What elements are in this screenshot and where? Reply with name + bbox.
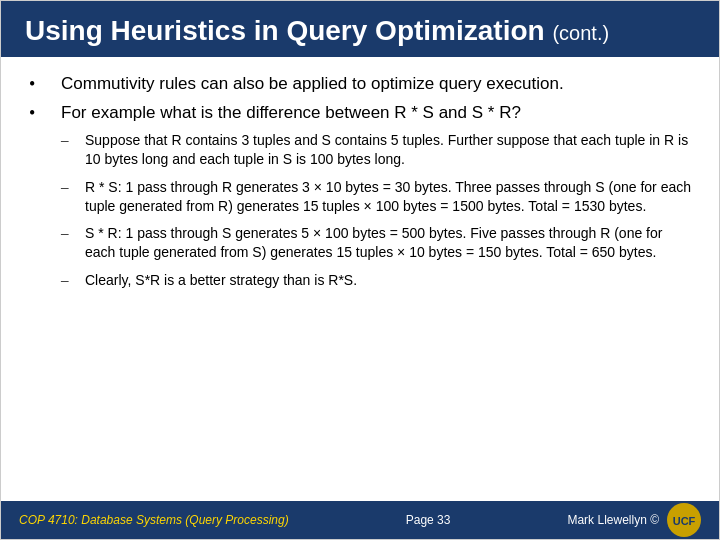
- sub-item-2: – R * S: 1 pass through R generates 3 × …: [61, 178, 691, 217]
- sub-text-2: R * S: 1 pass through R generates 3 × 10…: [85, 178, 691, 217]
- sub-dash-4: –: [61, 272, 71, 289]
- ucf-logo-svg: UCF: [670, 506, 698, 534]
- slide-title: Using Heuristics in Query Optimization (…: [25, 15, 695, 47]
- footer-right-area: Mark Llewellyn © UCF: [567, 503, 701, 537]
- sub-dash-1: –: [61, 132, 71, 149]
- footer-author: Mark Llewellyn ©: [567, 513, 659, 527]
- title-main: Using Heuristics in Query Optimization: [25, 15, 545, 46]
- sub-item-3: – S * R: 1 pass through S generates 5 × …: [61, 224, 691, 263]
- sub-item-4: – Clearly, S*R is a better strategy than…: [61, 271, 691, 290]
- slide-header: Using Heuristics in Query Optimization (…: [1, 1, 719, 57]
- sub-item-1: – Suppose that R contains 3 tuples and S…: [61, 131, 691, 170]
- slide-footer: COP 4710: Database Systems (Query Proces…: [1, 501, 719, 539]
- sub-items-container: – Suppose that R contains 3 tuples and S…: [61, 131, 691, 290]
- ucf-logo: UCF: [667, 503, 701, 537]
- slide-content: • Commutivity rules can also be applied …: [1, 57, 719, 501]
- bullet-dot-1: •: [29, 74, 43, 95]
- bullet-item-1: • Commutivity rules can also be applied …: [29, 73, 691, 96]
- svg-text:UCF: UCF: [673, 515, 696, 527]
- bullet-text-1: Commutivity rules can also be applied to…: [61, 73, 564, 96]
- sub-dash-3: –: [61, 225, 71, 242]
- footer-page: Page 33: [406, 513, 451, 527]
- bullet-dot-2: •: [29, 103, 43, 124]
- bullet-item-2: • For example what is the difference bet…: [29, 102, 691, 125]
- sub-text-1: Suppose that R contains 3 tuples and S c…: [85, 131, 691, 170]
- bullet-text-2: For example what is the difference betwe…: [61, 102, 521, 125]
- slide: Using Heuristics in Query Optimization (…: [0, 0, 720, 540]
- sub-text-3: S * R: 1 pass through S generates 5 × 10…: [85, 224, 691, 263]
- title-cont: (cont.): [552, 22, 609, 44]
- sub-text-4: Clearly, S*R is a better strategy than i…: [85, 271, 357, 290]
- sub-dash-2: –: [61, 179, 71, 196]
- footer-course: COP 4710: Database Systems (Query Proces…: [19, 513, 289, 527]
